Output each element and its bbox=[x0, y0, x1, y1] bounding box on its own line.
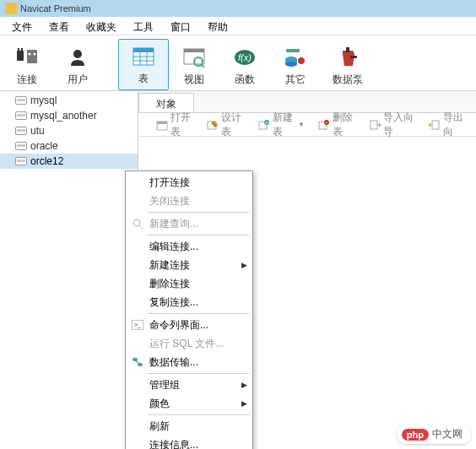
svg-rect-2 bbox=[21, 48, 23, 51]
cm-copy-connection[interactable]: 复制连接... bbox=[126, 293, 252, 311]
watermark-badge: php bbox=[402, 429, 429, 441]
svg-text:f(x): f(x) bbox=[238, 52, 252, 62]
connection-item-orcle12[interactable]: orcle12 bbox=[0, 154, 138, 169]
table-button[interactable]: 表 bbox=[118, 39, 169, 90]
toolbar-label: 表 bbox=[138, 72, 149, 86]
svg-point-23 bbox=[298, 57, 305, 64]
context-menu: 打开连接 关闭连接 新建查询... 编辑连接... 新建连接▶ 删除连接 复制连… bbox=[125, 170, 253, 449]
db-icon bbox=[15, 96, 27, 105]
toolbar-label: 视图 bbox=[184, 73, 204, 87]
svg-point-6 bbox=[73, 50, 82, 58]
view-button[interactable]: 视图 bbox=[169, 39, 219, 90]
svg-rect-25 bbox=[350, 56, 357, 58]
connection-button[interactable]: 连接 bbox=[2, 39, 52, 90]
table-icon bbox=[132, 45, 155, 68]
export-wizard-button[interactable]: 导出向 bbox=[424, 109, 471, 141]
other-button[interactable]: 其它 bbox=[270, 39, 321, 90]
connection-item-utu[interactable]: utu bbox=[0, 123, 138, 138]
svg-rect-24 bbox=[346, 47, 349, 52]
connection-item-mysql-another[interactable]: mysql_another bbox=[0, 108, 138, 123]
menu-tools[interactable]: 工具 bbox=[125, 19, 162, 33]
db-icon bbox=[15, 142, 27, 150]
db-icon bbox=[15, 127, 27, 135]
svg-point-22 bbox=[285, 62, 297, 67]
cm-separator bbox=[148, 414, 249, 415]
pump-button[interactable]: 数据泵 bbox=[321, 39, 375, 90]
submenu-arrow-icon: ▶ bbox=[241, 261, 247, 269]
svg-rect-0 bbox=[17, 51, 24, 61]
import-wizard-button[interactable]: 导入向导 bbox=[364, 109, 419, 141]
cm-new-connection[interactable]: 新建连接▶ bbox=[126, 256, 252, 274]
cm-cli[interactable]: >_命令列界面... bbox=[126, 316, 252, 334]
cli-icon: >_ bbox=[131, 318, 144, 332]
toolbar: 连接 用户 表 视图 f(x) 函数 其它 数据泵 bbox=[0, 35, 476, 91]
function-button[interactable]: f(x) 函数 bbox=[219, 39, 270, 90]
toolbar-label: 其它 bbox=[285, 73, 306, 87]
item-label: orcle12 bbox=[30, 155, 63, 167]
item-label: mysql bbox=[30, 95, 57, 106]
sidebar: mysql mysql_another utu oracle orcle12 bbox=[0, 91, 138, 449]
cm-data-transfer[interactable]: 数据传输... bbox=[126, 353, 252, 371]
submenu-arrow-icon: ▶ bbox=[241, 381, 247, 389]
cm-close-connection: 关闭连接 bbox=[126, 192, 252, 210]
svg-point-5 bbox=[34, 53, 36, 56]
import-icon bbox=[369, 119, 381, 131]
cm-refresh[interactable]: 刷新 bbox=[126, 417, 252, 435]
cm-open-connection[interactable]: 打开连接 bbox=[126, 173, 252, 192]
svg-text:−: − bbox=[325, 120, 328, 125]
query-icon bbox=[131, 217, 144, 230]
user-icon bbox=[66, 46, 89, 69]
chevron-down-icon: ▼ bbox=[298, 121, 305, 128]
plug-icon bbox=[15, 46, 39, 69]
pump-icon bbox=[336, 46, 360, 69]
toolbar-label: 数据泵 bbox=[333, 73, 363, 87]
item-label: oracle bbox=[30, 140, 58, 152]
svg-text:>_: >_ bbox=[134, 322, 141, 328]
cm-delete-connection[interactable]: 删除连接 bbox=[126, 274, 252, 293]
action-row: 打开表 设计表 +新建表▼ −删除表 导入向导 导出向 bbox=[138, 113, 476, 137]
cm-separator bbox=[148, 235, 249, 235]
svg-rect-19 bbox=[286, 49, 300, 52]
cm-edit-connection[interactable]: 编辑连接... bbox=[126, 237, 252, 256]
app-icon bbox=[5, 3, 17, 14]
design-table-button[interactable]: 设计表 bbox=[202, 109, 249, 141]
svg-point-37 bbox=[133, 219, 140, 226]
toolbar-label: 用户 bbox=[68, 73, 88, 87]
user-button[interactable]: 用户 bbox=[52, 39, 103, 90]
delete-table-button[interactable]: −删除表 bbox=[313, 109, 360, 141]
toolbar-label: 函数 bbox=[235, 73, 255, 87]
svg-rect-27 bbox=[157, 122, 167, 124]
item-label: utu bbox=[30, 125, 45, 137]
svg-text:+: + bbox=[265, 120, 268, 125]
watermark-text: 中文网 bbox=[432, 427, 462, 441]
cm-connection-info[interactable]: 连接信息... bbox=[126, 435, 252, 449]
toolbar-label: 连接 bbox=[17, 73, 37, 87]
menu-file[interactable]: 文件 bbox=[3, 19, 41, 33]
svg-line-38 bbox=[139, 225, 143, 229]
db-icon bbox=[15, 111, 27, 120]
new-icon: + bbox=[258, 119, 270, 131]
connection-item-oracle[interactable]: oracle bbox=[0, 138, 138, 154]
menu-bar: 文件 查看 收藏夹 工具 窗口 帮助 bbox=[0, 17, 476, 35]
cm-color[interactable]: 颜色▶ bbox=[126, 394, 252, 413]
cm-manage-group[interactable]: 管理组▶ bbox=[126, 376, 252, 394]
menu-help[interactable]: 帮助 bbox=[199, 19, 236, 33]
db-icon bbox=[15, 157, 27, 165]
menu-view[interactable]: 查看 bbox=[41, 19, 78, 33]
watermark: php 中文网 bbox=[397, 425, 471, 444]
cm-separator bbox=[148, 313, 249, 314]
design-icon bbox=[207, 119, 219, 131]
menu-window[interactable]: 窗口 bbox=[162, 19, 199, 33]
cm-separator bbox=[148, 212, 249, 213]
fx-icon: f(x) bbox=[233, 46, 257, 69]
cm-run-sql: 运行 SQL 文件... bbox=[126, 334, 252, 353]
svg-rect-1 bbox=[18, 48, 19, 51]
delete-icon: − bbox=[318, 119, 330, 131]
connection-item-mysql[interactable]: mysql bbox=[0, 93, 138, 108]
app-title: Navicat Premium bbox=[20, 3, 91, 14]
menu-favorites[interactable]: 收藏夹 bbox=[78, 19, 125, 33]
new-table-button[interactable]: +新建表▼ bbox=[253, 109, 310, 141]
export-icon bbox=[429, 119, 441, 131]
open-table-button[interactable]: 打开表 bbox=[151, 109, 198, 141]
svg-rect-35 bbox=[371, 121, 377, 129]
